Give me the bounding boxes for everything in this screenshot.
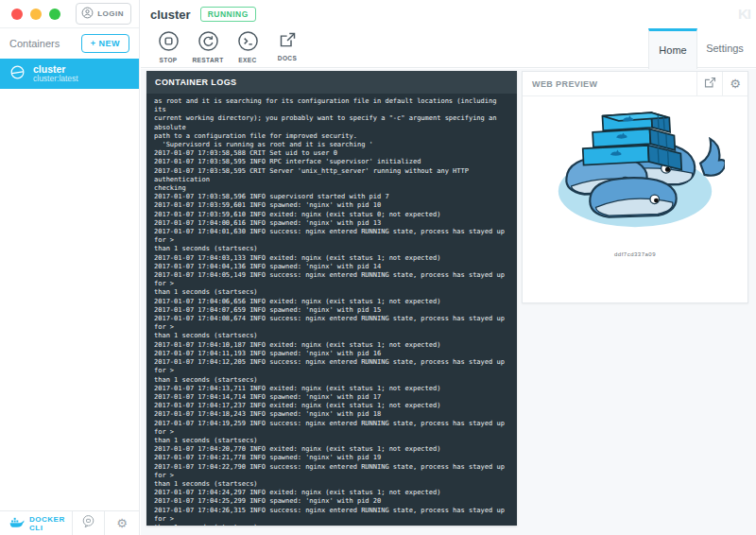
container-logs-panel: CONTAINER LOGS as root and it is searchi…: [146, 71, 517, 526]
minimize-window-icon[interactable]: [30, 9, 42, 20]
restart-button[interactable]: RESTART: [188, 28, 228, 63]
kitematic-window: LOGIN Containers + NEW cluster cluster:l…: [0, 0, 756, 535]
restart-icon: [198, 30, 219, 55]
container-id: ddf7cd337a09: [614, 251, 656, 257]
web-preview-title: WEB PREVIEW: [523, 79, 696, 89]
terminal-icon: [237, 30, 259, 55]
sidebar: LOGIN Containers + NEW cluster cluster:l…: [0, 0, 140, 535]
stop-button[interactable]: STOP: [148, 28, 188, 63]
container-logs-output[interactable]: as root and it is searching for its conf…: [146, 94, 517, 526]
docker-cli-button[interactable]: DOCKER CLI: [0, 511, 72, 535]
web-preview-body[interactable]: ddf7cd337a09: [523, 96, 747, 257]
status-badge: RUNNING: [200, 7, 256, 22]
content-area: CONTAINER LOGS as root and it is searchi…: [141, 69, 756, 535]
traffic-lights: [11, 9, 60, 20]
log-text: as root and it is searching for its conf…: [154, 97, 509, 526]
stop-icon: [158, 30, 180, 55]
docker-cli-label: DOCKER CLI: [29, 515, 72, 532]
container-status-icon: [9, 64, 26, 84]
kitematic-logo: KI: [738, 6, 750, 22]
gear-icon: ⚙: [116, 516, 128, 530]
container-logs-title: CONTAINER LOGS: [146, 71, 517, 94]
web-preview-card: WEB PREVIEW ⚙: [522, 71, 748, 303]
sidebar-footer: DOCKER CLI ⚙: [0, 510, 139, 535]
sidebar-item-cluster[interactable]: cluster cluster:latest: [0, 59, 139, 89]
containers-header-row: Containers + NEW: [0, 28, 139, 59]
open-preview-button[interactable]: [696, 72, 722, 96]
login-label: LOGIN: [97, 9, 124, 18]
tab-settings[interactable]: Settings: [697, 28, 752, 68]
gear-icon: ⚙: [730, 77, 741, 91]
docker-whales-illustration: [545, 104, 725, 248]
zoom-window-icon[interactable]: [49, 9, 60, 20]
containers-heading: Containers: [9, 38, 60, 49]
exec-button[interactable]: EXEC: [228, 28, 267, 63]
tab-home[interactable]: Home: [648, 28, 697, 69]
feedback-button[interactable]: [73, 511, 104, 535]
close-window-icon[interactable]: [11, 9, 23, 20]
settings-button[interactable]: ⚙: [105, 511, 139, 535]
external-link-icon: [703, 76, 717, 93]
external-link-icon: [278, 30, 298, 53]
main-panel: cluster RUNNING KI STOP: [141, 0, 756, 535]
main-header: cluster RUNNING KI: [141, 0, 756, 28]
user-icon: [81, 7, 94, 21]
web-preview-header: WEB PREVIEW ⚙: [523, 72, 747, 96]
tab-bar: Home Settings: [648, 28, 752, 68]
login-button[interactable]: LOGIN: [76, 3, 131, 25]
new-container-button[interactable]: + NEW: [81, 34, 129, 53]
toolbar: STOP RESTART: [141, 28, 756, 68]
docs-button[interactable]: DOCS: [267, 28, 307, 61]
container-image: cluster:latest: [33, 75, 78, 84]
preview-settings-button[interactable]: ⚙: [722, 72, 747, 96]
titlebar: LOGIN: [0, 0, 139, 28]
chat-bubble-icon: [81, 514, 95, 532]
page-title: cluster: [150, 8, 191, 22]
docker-whale-icon: [9, 516, 25, 530]
